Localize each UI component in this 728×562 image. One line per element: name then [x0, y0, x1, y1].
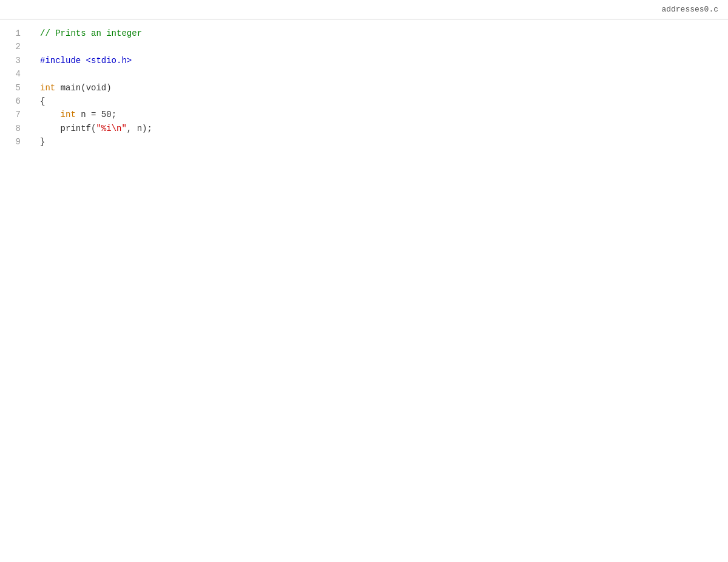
- code-line: printf("%i\n", n);: [40, 122, 718, 135]
- line-number: 7: [12, 108, 21, 121]
- code-line: int main(void): [40, 81, 718, 95]
- token-normal: {: [40, 96, 45, 106]
- title-bar: addresses0.c: [0, 0, 728, 19]
- code-line: int n = 50;: [40, 108, 718, 121]
- code-line: [40, 67, 718, 81]
- token-normal: n = 50;: [76, 110, 116, 119]
- token-string: "%i\n": [96, 124, 126, 133]
- token-comment: // Prints an integer: [40, 28, 142, 38]
- line-number: 2: [12, 40, 21, 53]
- token-normal: void: [86, 83, 107, 93]
- line-number: 9: [12, 135, 21, 149]
- code-line: [40, 40, 718, 53]
- line-number: 4: [12, 67, 21, 81]
- line-number: 6: [12, 95, 21, 108]
- token-normal: (: [81, 83, 86, 93]
- token-keyword: int: [40, 83, 55, 93]
- line-number: 8: [12, 122, 21, 135]
- token-normal: }: [40, 137, 45, 147]
- code-line: #include <stdio.h>: [40, 54, 718, 67]
- line-numbers: 123456789: [0, 27, 30, 149]
- token-normal: printf(: [40, 124, 96, 133]
- token-normal: , n);: [127, 124, 152, 133]
- line-number: 1: [12, 27, 21, 40]
- token-function: main: [61, 83, 81, 93]
- token-keyword: int: [61, 110, 76, 119]
- token-normal: [55, 83, 60, 93]
- code-line: }: [40, 135, 718, 149]
- line-number: 3: [12, 54, 21, 67]
- line-number: 5: [12, 81, 21, 95]
- token-normal: ): [106, 83, 111, 93]
- filename-label: addresses0.c: [661, 5, 718, 14]
- code-line: // Prints an integer: [40, 27, 718, 40]
- token-normal: [40, 110, 61, 119]
- code-line: {: [40, 95, 718, 108]
- token-preprocessor: #include <stdio.h>: [40, 56, 132, 65]
- code-container: 123456789 // Prints an integer #include …: [0, 19, 728, 156]
- code-content: // Prints an integer #include <stdio.h> …: [30, 27, 728, 149]
